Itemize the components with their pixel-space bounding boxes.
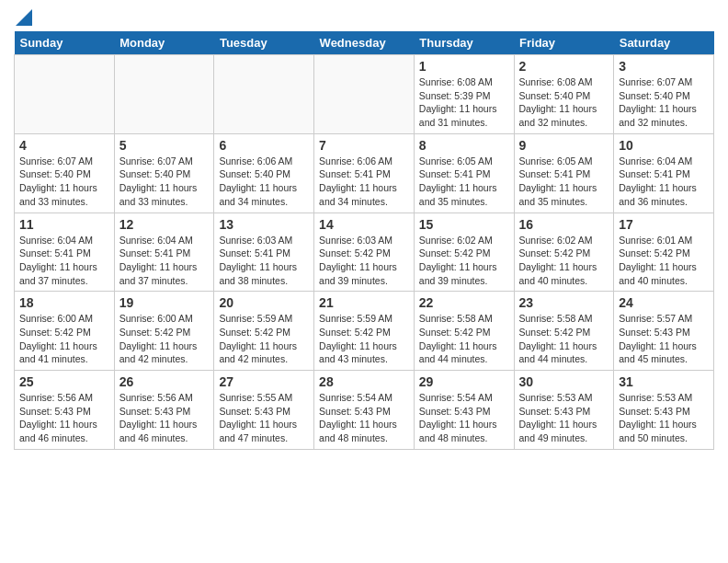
calendar-cell: 8Sunrise: 6:05 AM Sunset: 5:41 PM Daylig…: [414, 133, 514, 213]
day-number: 13: [219, 217, 309, 232]
calendar-cell: [15, 55, 115, 134]
calendar-cell: [214, 55, 314, 134]
calendar-cell: 30Sunrise: 5:53 AM Sunset: 5:43 PM Dayli…: [514, 371, 614, 450]
day-detail: Sunrise: 5:59 AM Sunset: 5:42 PM Dayligh…: [219, 312, 309, 366]
day-number: 22: [419, 295, 509, 310]
day-header-thursday: Thursday: [414, 31, 514, 55]
day-number: 6: [219, 138, 309, 153]
day-detail: Sunrise: 5:57 AM Sunset: 5:43 PM Dayligh…: [619, 312, 709, 366]
day-detail: Sunrise: 6:02 AM Sunset: 5:42 PM Dayligh…: [519, 234, 609, 288]
calendar-cell: 4Sunrise: 6:07 AM Sunset: 5:40 PM Daylig…: [15, 133, 115, 213]
day-number: 28: [319, 374, 409, 389]
day-number: 7: [319, 138, 409, 153]
day-number: 11: [19, 217, 109, 232]
day-detail: Sunrise: 5:56 AM Sunset: 5:43 PM Dayligh…: [19, 391, 109, 445]
day-detail: Sunrise: 6:00 AM Sunset: 5:42 PM Dayligh…: [19, 312, 109, 366]
day-number: 10: [619, 138, 709, 153]
calendar-cell: 14Sunrise: 6:03 AM Sunset: 5:42 PM Dayli…: [314, 213, 415, 292]
week-row-2: 11Sunrise: 6:04 AM Sunset: 5:41 PM Dayli…: [15, 213, 714, 292]
day-detail: Sunrise: 6:04 AM Sunset: 5:41 PM Dayligh…: [619, 155, 709, 209]
calendar-cell: 5Sunrise: 6:07 AM Sunset: 5:40 PM Daylig…: [114, 133, 214, 213]
calendar-cell: 22Sunrise: 5:58 AM Sunset: 5:42 PM Dayli…: [414, 292, 514, 371]
day-number: 27: [219, 374, 309, 389]
day-number: 14: [319, 217, 409, 232]
day-number: 8: [419, 138, 509, 153]
week-row-1: 4Sunrise: 6:07 AM Sunset: 5:40 PM Daylig…: [15, 133, 714, 213]
calendar-cell: 3Sunrise: 6:07 AM Sunset: 5:40 PM Daylig…: [614, 55, 714, 134]
day-detail: Sunrise: 5:53 AM Sunset: 5:43 PM Dayligh…: [519, 391, 609, 445]
day-detail: Sunrise: 6:03 AM Sunset: 5:41 PM Dayligh…: [219, 234, 309, 288]
calendar-cell: 23Sunrise: 5:58 AM Sunset: 5:42 PM Dayli…: [514, 292, 614, 371]
page-header: [14, 9, 714, 26]
day-detail: Sunrise: 6:07 AM Sunset: 5:40 PM Dayligh…: [119, 155, 210, 209]
day-header-wednesday: Wednesday: [314, 31, 415, 55]
day-number: 4: [19, 138, 109, 153]
calendar-header: SundayMondayTuesdayWednesdayThursdayFrid…: [15, 31, 714, 55]
day-number: 24: [619, 295, 709, 310]
calendar-cell: 26Sunrise: 5:56 AM Sunset: 5:43 PM Dayli…: [114, 371, 214, 450]
day-detail: Sunrise: 6:02 AM Sunset: 5:42 PM Dayligh…: [419, 234, 509, 288]
day-number: 25: [19, 374, 109, 389]
calendar-cell: 15Sunrise: 6:02 AM Sunset: 5:42 PM Dayli…: [414, 213, 514, 292]
calendar-cell: [114, 55, 214, 134]
day-number: 19: [119, 295, 210, 310]
week-row-0: 1Sunrise: 6:08 AM Sunset: 5:39 PM Daylig…: [15, 55, 714, 134]
calendar-cell: 1Sunrise: 6:08 AM Sunset: 5:39 PM Daylig…: [414, 55, 514, 134]
calendar-cell: 10Sunrise: 6:04 AM Sunset: 5:41 PM Dayli…: [614, 133, 714, 213]
calendar-cell: 6Sunrise: 6:06 AM Sunset: 5:40 PM Daylig…: [214, 133, 314, 213]
day-detail: Sunrise: 5:58 AM Sunset: 5:42 PM Dayligh…: [519, 312, 609, 366]
logo: [14, 9, 32, 26]
day-header-sunday: Sunday: [15, 31, 115, 55]
calendar-cell: 19Sunrise: 6:00 AM Sunset: 5:42 PM Dayli…: [114, 292, 214, 371]
day-number: 30: [519, 374, 609, 389]
day-number: 29: [419, 374, 509, 389]
calendar-cell: 7Sunrise: 6:06 AM Sunset: 5:41 PM Daylig…: [314, 133, 415, 213]
calendar-cell: 31Sunrise: 5:53 AM Sunset: 5:43 PM Dayli…: [614, 371, 714, 450]
day-number: 31: [619, 374, 709, 389]
day-number: 5: [119, 138, 210, 153]
day-detail: Sunrise: 6:00 AM Sunset: 5:42 PM Dayligh…: [119, 312, 210, 366]
calendar-cell: [314, 55, 415, 134]
day-detail: Sunrise: 6:01 AM Sunset: 5:42 PM Dayligh…: [619, 234, 709, 288]
calendar-cell: 25Sunrise: 5:56 AM Sunset: 5:43 PM Dayli…: [15, 371, 115, 450]
day-detail: Sunrise: 5:53 AM Sunset: 5:43 PM Dayligh…: [619, 391, 709, 445]
calendar-cell: 2Sunrise: 6:08 AM Sunset: 5:40 PM Daylig…: [514, 55, 614, 134]
day-header-tuesday: Tuesday: [214, 31, 314, 55]
calendar-cell: 9Sunrise: 6:05 AM Sunset: 5:41 PM Daylig…: [514, 133, 614, 213]
calendar-cell: 13Sunrise: 6:03 AM Sunset: 5:41 PM Dayli…: [214, 213, 314, 292]
day-detail: Sunrise: 5:54 AM Sunset: 5:43 PM Dayligh…: [419, 391, 509, 445]
week-row-4: 25Sunrise: 5:56 AM Sunset: 5:43 PM Dayli…: [15, 371, 714, 450]
calendar-cell: 29Sunrise: 5:54 AM Sunset: 5:43 PM Dayli…: [414, 371, 514, 450]
day-detail: Sunrise: 6:05 AM Sunset: 5:41 PM Dayligh…: [419, 155, 509, 209]
day-number: 16: [519, 217, 609, 232]
calendar-cell: 24Sunrise: 5:57 AM Sunset: 5:43 PM Dayli…: [614, 292, 714, 371]
day-detail: Sunrise: 6:04 AM Sunset: 5:41 PM Dayligh…: [119, 234, 210, 288]
day-detail: Sunrise: 6:07 AM Sunset: 5:40 PM Dayligh…: [19, 155, 109, 209]
day-header-saturday: Saturday: [614, 31, 714, 55]
calendar-cell: 20Sunrise: 5:59 AM Sunset: 5:42 PM Dayli…: [214, 292, 314, 371]
day-detail: Sunrise: 5:55 AM Sunset: 5:43 PM Dayligh…: [219, 391, 309, 445]
day-detail: Sunrise: 5:56 AM Sunset: 5:43 PM Dayligh…: [119, 391, 210, 445]
day-detail: Sunrise: 6:08 AM Sunset: 5:40 PM Dayligh…: [519, 75, 609, 130]
calendar-cell: 16Sunrise: 6:02 AM Sunset: 5:42 PM Dayli…: [514, 213, 614, 292]
day-detail: Sunrise: 6:04 AM Sunset: 5:41 PM Dayligh…: [19, 234, 109, 288]
day-number: 26: [119, 374, 210, 389]
day-header-monday: Monday: [114, 31, 214, 55]
day-number: 1: [419, 59, 509, 74]
day-number: 23: [519, 295, 609, 310]
day-detail: Sunrise: 5:54 AM Sunset: 5:43 PM Dayligh…: [319, 391, 409, 445]
day-detail: Sunrise: 5:59 AM Sunset: 5:42 PM Dayligh…: [319, 312, 409, 366]
day-detail: Sunrise: 6:06 AM Sunset: 5:40 PM Dayligh…: [219, 155, 309, 209]
calendar-cell: 28Sunrise: 5:54 AM Sunset: 5:43 PM Dayli…: [314, 371, 415, 450]
calendar-table: SundayMondayTuesdayWednesdayThursdayFrid…: [14, 31, 714, 450]
day-number: 9: [519, 138, 609, 153]
day-number: 12: [119, 217, 210, 232]
day-header-friday: Friday: [514, 31, 614, 55]
calendar-cell: 17Sunrise: 6:01 AM Sunset: 5:42 PM Dayli…: [614, 213, 714, 292]
day-number: 17: [619, 217, 709, 232]
calendar-cell: 18Sunrise: 6:00 AM Sunset: 5:42 PM Dayli…: [15, 292, 115, 371]
calendar-cell: 11Sunrise: 6:04 AM Sunset: 5:41 PM Dayli…: [15, 213, 115, 292]
day-detail: Sunrise: 6:07 AM Sunset: 5:40 PM Dayligh…: [619, 75, 709, 130]
calendar-cell: 27Sunrise: 5:55 AM Sunset: 5:43 PM Dayli…: [214, 371, 314, 450]
day-number: 3: [619, 59, 709, 74]
